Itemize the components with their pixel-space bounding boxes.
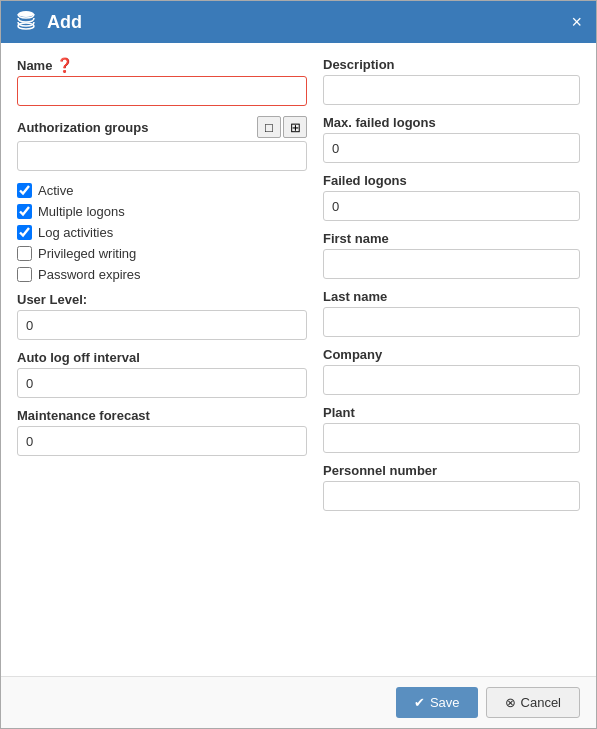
modal-body: Name ❓ Authorization groups □ ⊞ bbox=[1, 43, 596, 676]
checkbox-password-expires[interactable]: Password expires bbox=[17, 267, 307, 282]
save-button[interactable]: ✔ Save bbox=[396, 687, 478, 718]
max-failed-logons-input[interactable] bbox=[323, 133, 580, 163]
company-input[interactable] bbox=[323, 365, 580, 395]
first-name-input[interactable] bbox=[323, 249, 580, 279]
user-level-input[interactable] bbox=[17, 310, 307, 340]
right-column: Description Max. failed logons Failed lo… bbox=[323, 57, 580, 662]
modal-title: Add bbox=[47, 12, 82, 33]
grid-icon: ⊞ bbox=[290, 120, 301, 135]
max-failed-logons-label: Max. failed logons bbox=[323, 115, 580, 130]
maintenance-forecast-label: Maintenance forecast bbox=[17, 408, 307, 423]
last-name-label: Last name bbox=[323, 289, 580, 304]
auth-groups-field-group: Authorization groups □ ⊞ bbox=[17, 116, 307, 171]
personnel-number-input[interactable] bbox=[323, 481, 580, 511]
save-icon: ✔ bbox=[414, 695, 425, 710]
modal-header: Add × bbox=[1, 1, 596, 43]
database-icon bbox=[15, 9, 37, 36]
user-level-field-group: User Level: bbox=[17, 292, 307, 340]
auth-groups-label: Authorization groups bbox=[17, 120, 148, 135]
first-name-label: First name bbox=[323, 231, 580, 246]
max-failed-logons-field-group: Max. failed logons bbox=[323, 115, 580, 163]
auth-edit-button[interactable]: □ bbox=[257, 116, 281, 138]
name-input[interactable] bbox=[17, 76, 307, 106]
active-checkbox[interactable] bbox=[17, 183, 32, 198]
close-button[interactable]: × bbox=[571, 13, 582, 31]
auto-logoff-field-group: Auto log off interval bbox=[17, 350, 307, 398]
multiple-logons-checkbox[interactable] bbox=[17, 204, 32, 219]
description-label: Description bbox=[323, 57, 580, 72]
personnel-number-label: Personnel number bbox=[323, 463, 580, 478]
header-left: Add bbox=[15, 9, 82, 36]
required-icon: ❓ bbox=[56, 57, 73, 73]
checkbox-privileged-writing[interactable]: Privileged writing bbox=[17, 246, 307, 261]
add-user-modal: Add × Name ❓ Authorization groups bbox=[0, 0, 597, 729]
plant-label: Plant bbox=[323, 405, 580, 420]
privileged-writing-checkbox[interactable] bbox=[17, 246, 32, 261]
checkbox-log-activities[interactable]: Log activities bbox=[17, 225, 307, 240]
description-field-group: Description bbox=[323, 57, 580, 105]
personnel-number-field-group: Personnel number bbox=[323, 463, 580, 511]
checkbox-multiple-logons[interactable]: Multiple logons bbox=[17, 204, 307, 219]
checkboxes-section: Active Multiple logons Log activities Pr… bbox=[17, 183, 307, 282]
plant-field-group: Plant bbox=[323, 405, 580, 453]
failed-logons-field-group: Failed logons bbox=[323, 173, 580, 221]
cancel-label: Cancel bbox=[521, 695, 561, 710]
checkbox-active[interactable]: Active bbox=[17, 183, 307, 198]
maintenance-forecast-input[interactable] bbox=[17, 426, 307, 456]
modal-footer: ✔ Save ⊗ Cancel bbox=[1, 676, 596, 728]
save-label: Save bbox=[430, 695, 460, 710]
plant-input[interactable] bbox=[323, 423, 580, 453]
cancel-icon: ⊗ bbox=[505, 695, 516, 710]
failed-logons-input[interactable] bbox=[323, 191, 580, 221]
left-column: Name ❓ Authorization groups □ ⊞ bbox=[17, 57, 307, 662]
edit-icon: □ bbox=[265, 120, 273, 135]
cancel-button[interactable]: ⊗ Cancel bbox=[486, 687, 580, 718]
log-activities-checkbox[interactable] bbox=[17, 225, 32, 240]
company-field-group: Company bbox=[323, 347, 580, 395]
auto-logoff-input[interactable] bbox=[17, 368, 307, 398]
user-level-label: User Level: bbox=[17, 292, 307, 307]
auth-groups-buttons: □ ⊞ bbox=[257, 116, 307, 138]
first-name-field-group: First name bbox=[323, 231, 580, 279]
last-name-field-group: Last name bbox=[323, 289, 580, 337]
maintenance-forecast-field-group: Maintenance forecast bbox=[17, 408, 307, 456]
auth-add-button[interactable]: ⊞ bbox=[283, 116, 307, 138]
auth-groups-input[interactable] bbox=[17, 141, 307, 171]
auto-logoff-label: Auto log off interval bbox=[17, 350, 307, 365]
name-label: Name ❓ bbox=[17, 57, 307, 73]
svg-point-0 bbox=[18, 11, 34, 17]
failed-logons-label: Failed logons bbox=[323, 173, 580, 188]
company-label: Company bbox=[323, 347, 580, 362]
auth-groups-header: Authorization groups □ ⊞ bbox=[17, 116, 307, 138]
password-expires-checkbox[interactable] bbox=[17, 267, 32, 282]
description-input[interactable] bbox=[323, 75, 580, 105]
last-name-input[interactable] bbox=[323, 307, 580, 337]
name-field-group: Name ❓ bbox=[17, 57, 307, 106]
